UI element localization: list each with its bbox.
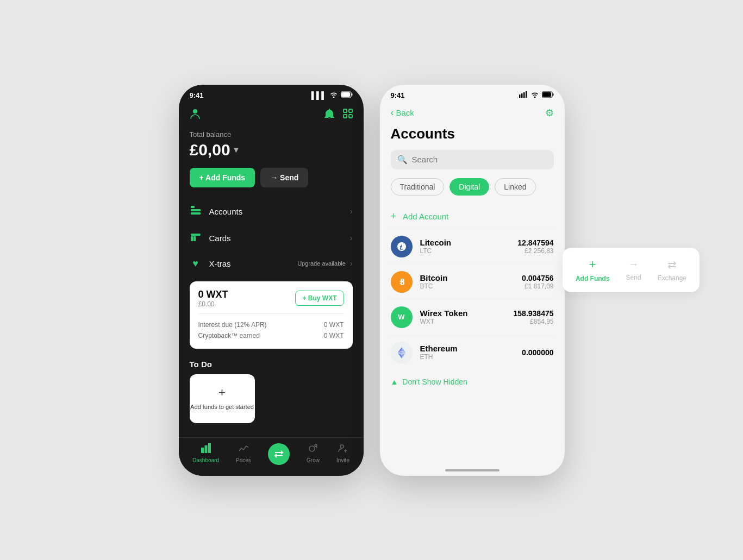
btc-name: Bitcoin [420,273,515,282]
wifi-icon-light [530,91,539,99]
hidden-arrow-icon: ▲ [391,377,398,386]
coin-row-eth[interactable]: Ethereum ETH 0.000000 [380,335,565,370]
balance-chevron[interactable]: ▾ [234,144,238,155]
send-button[interactable]: → Send [260,168,308,187]
btc-info: Bitcoin BTC [420,273,515,290]
add-account-label: Add Account [403,212,448,221]
svg-rect-12 [191,206,195,208]
wifi-icon [329,91,338,99]
wxt-name: Wirex Token [420,309,506,318]
svg-point-23 [340,445,344,448]
nav-grow[interactable]: Grow [307,443,320,465]
search-input[interactable] [412,155,547,164]
tab-traditional[interactable]: Traditional [391,178,445,196]
home-indicator [445,469,500,471]
nav-invite[interactable]: Invite [336,443,349,465]
exchange-card-label: Exchange [658,274,686,282]
accounts-menu-label: Accounts [209,207,243,216]
ltc-ticker: LTC [420,247,510,255]
svg-rect-29 [542,92,551,97]
buy-wxt-button[interactable]: + Buy WXT [295,291,344,306]
coin-row-wxt[interactable]: W Wirex Token WXT 158.938475 £854,95 [380,300,565,335]
exchange-card-item[interactable]: ⇄ Exchange [658,258,686,282]
bottom-nav: Dashboard Prices Grow [179,437,364,476]
svg-rect-6 [351,93,352,96]
scan-icon[interactable] [343,109,353,122]
add-funds-button[interactable]: + Add Funds [190,168,255,187]
search-bar[interactable]: 🔍 [391,150,554,169]
send-card-icon: → [628,258,639,270]
svg-rect-19 [204,445,207,453]
todo-plus-icon: + [218,386,226,400]
accounts-title: Accounts [380,121,565,150]
svg-rect-13 [191,209,201,211]
interest-value: 0 WXT [324,321,344,329]
eth-name: Ethereum [420,344,515,353]
battery-icon [341,91,353,99]
accounts-chevron: › [350,207,353,216]
svg-rect-18 [201,448,204,453]
send-card-item[interactable]: → Send [626,258,641,281]
time-dark: 9:41 [190,91,204,99]
btc-ticker: BTC [420,282,515,290]
right-card: + Add Funds → Send ⇄ Exchange [563,248,700,292]
xtras-row[interactable]: ♥ X-tras Upgrade available › [179,251,364,276]
nav-exchange[interactable] [268,443,290,465]
user-icon[interactable] [190,108,201,123]
svg-rect-11 [349,115,352,118]
exchange-card-icon: ⇄ [667,258,677,271]
eth-ticker: ETH [420,353,515,361]
btc-fiat: £1 817,09 [522,282,553,290]
invite-label: Invite [336,457,349,463]
wxt-icon: W [391,306,413,328]
back-chevron: ‹ [391,107,394,118]
nav-dashboard[interactable]: Dashboard [192,443,219,465]
add-account-row[interactable]: + Add Account [380,204,565,229]
battery-icon-light [542,91,554,99]
status-bar-light: 9:41 [380,85,565,103]
bell-icon[interactable] [324,109,334,122]
wxt-crypto: 158.938475 [514,309,554,318]
dashboard-label: Dashboard [192,457,219,463]
ltc-crypto: 12.847594 [517,238,553,247]
add-funds-card-item[interactable]: + Add Funds [576,257,610,282]
exchange-circle[interactable] [268,443,290,465]
coin-row-btc[interactable]: Bitcoin BTC 0.004756 £1 817,09 [380,265,565,299]
ltc-name: Litecoin [420,238,510,247]
dark-header [179,103,364,130]
svg-rect-9 [349,109,352,112]
tab-digital[interactable]: Digital [449,178,489,196]
cards-menu-item[interactable]: Cards › [179,225,364,251]
balance-label: Total balance [190,130,353,139]
balance-amount: £0,00 ▾ [190,141,353,159]
action-buttons: + Add Funds → Send [179,168,364,198]
ltc-icon [391,236,413,257]
accounts-menu-icon [190,206,202,217]
grow-label: Grow [307,457,320,463]
todo-card[interactable]: + Add funds to get started [190,374,255,423]
tab-linked[interactable]: Linked [495,178,535,196]
btc-amounts: 0.004756 £1 817,09 [522,274,553,290]
nav-prices[interactable]: Prices [236,443,251,465]
grow-icon [308,443,318,455]
svg-point-7 [193,109,197,114]
coin-row-ltc[interactable]: Litecoin LTC 12.847594 £2 256,83 [380,229,565,264]
todo-title: To Do [190,360,353,369]
add-funds-card-label: Add Funds [576,275,610,282]
xtras-label: X-tras [209,259,231,268]
back-label: Back [396,108,414,117]
svg-rect-30 [552,93,553,96]
cards-chevron: › [350,234,353,242]
wxt-card: 0 WXT £0.00 + Buy WXT Interest due (12% … [190,281,353,349]
light-header: ‹ Back ⚙ [380,103,565,121]
back-button[interactable]: ‹ Back [391,107,414,118]
accounts-menu-item[interactable]: Accounts › [179,198,364,225]
svg-rect-27 [526,91,527,98]
hidden-label: Don't Show Hidden [402,377,467,386]
eth-amounts: 0.000000 [522,348,553,357]
xtras-chevron: › [350,259,353,268]
settings-icon[interactable]: ⚙ [545,107,554,119]
send-card-label: Send [626,274,641,281]
hidden-row[interactable]: ▲ Don't Show Hidden [380,370,565,394]
svg-rect-16 [191,236,193,241]
